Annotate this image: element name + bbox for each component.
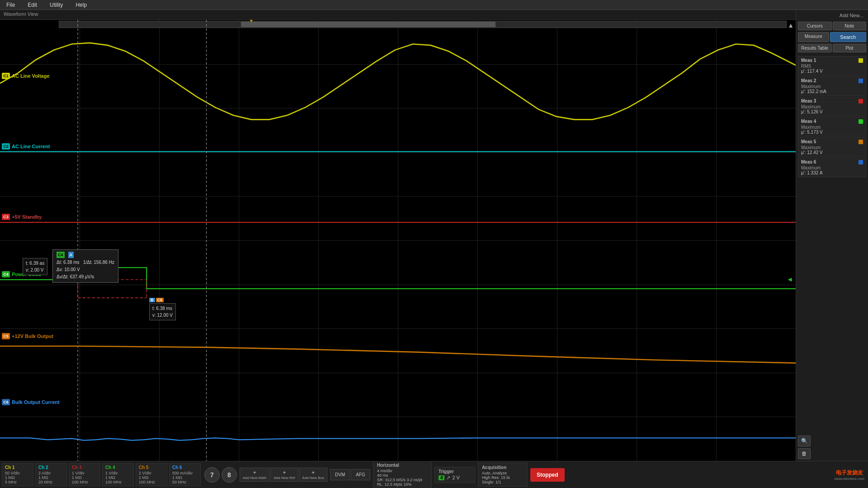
add-new-math[interactable]: + Add New Math — [240, 468, 269, 482]
afg-button[interactable]: AFG — [351, 469, 370, 480]
ch1-badge: C1 — [2, 73, 10, 79]
acquisition-mode: Auto, Analyze — [482, 471, 524, 475]
panel-btn-row-1: Cursors Note — [796, 21, 868, 31]
waveform-svg — [0, 20, 796, 461]
ch3-name: +5V Standby — [12, 214, 42, 220]
cursor-dt: 6.38 ms — [63, 260, 80, 265]
trigger-section[interactable]: Trigger 4 ↗ 2 V — [434, 467, 475, 483]
zoom-button[interactable]: 🔍 — [798, 436, 811, 446]
trigger-title: Trigger — [439, 469, 471, 474]
ch1-name: AC Line Voltage — [12, 73, 50, 79]
add-new-row: Add New... — [796, 10, 868, 21]
ch3-badge: C3 — [2, 214, 10, 220]
add-math-icon: + — [253, 469, 256, 476]
meas-list: Meas 1 RMS μ': 117.4 V Meas 2 Maximum μ'… — [796, 55, 868, 178]
meas-block-4[interactable]: Meas 4 Maximum μ': 5.173 V — [798, 117, 866, 136]
trigger-arrow: ◄ — [787, 276, 793, 283]
ch-info-box-5[interactable]: Ch 5 2 V/div1 MΩ100 MHz — [136, 463, 167, 486]
trigger-slope: ↗ — [446, 475, 450, 481]
ch2-name: AC Line Current — [12, 144, 50, 149]
add-ref-label: Add New Ref — [274, 476, 295, 480]
ch2-badge: C2 — [2, 143, 10, 150]
bottom-toolbar: Ch 1 50 V/div1 MΩ5 MHz Ch 2 2 A/div1 MΩ2… — [0, 461, 868, 488]
ch-info-box-6[interactable]: Ch 6 500 mA/div1 MΩ50 MHz — [169, 463, 201, 486]
cursor-a-tooltip: t: 6.39 as v: 2.00 V — [23, 258, 47, 275]
cursor-b-area: B C5 t: 6.38 ms v: 12.00 V — [149, 298, 176, 320]
ch2-label: C2 AC Line Current — [2, 143, 50, 150]
ch5-badge: C5 — [2, 333, 10, 339]
cursors-button[interactable]: Cursors — [798, 22, 832, 30]
add-bus-label: Add New Bus — [302, 476, 324, 480]
meas-block-2[interactable]: Meas 2 Maximum μ': 152.2 mA — [798, 76, 866, 96]
search-button[interactable]: Search — [830, 32, 867, 42]
ch-info-box-2[interactable]: Ch 2 2 A/div1 MΩ20 MHz — [35, 463, 67, 486]
dvm-button[interactable]: DVM — [330, 469, 350, 480]
add-bus-icon: + — [311, 469, 315, 476]
ch1-label: C1 AC Line Voltage — [2, 73, 50, 79]
nav-btn-7[interactable]: 7 — [204, 467, 220, 483]
add-new-bus[interactable]: + Add New Bus — [299, 468, 327, 482]
trigger-ch-row: 4 ↗ 2 V — [439, 475, 471, 481]
waveform-canvas[interactable]: ▼ — [0, 20, 796, 461]
add-math-label: Add New Math — [243, 476, 266, 480]
cursor-measurement: C4 A Δt: 6.38 ms 1/Δt: 156.86 Hz Δv: 10.… — [52, 249, 118, 283]
add-new-ref[interactable]: + Add New Ref — [270, 468, 298, 482]
measure-button[interactable]: Measure — [798, 32, 829, 42]
ch3-label: C3 +5V Standby — [2, 214, 42, 220]
nav-buttons: 7 8 — [204, 467, 237, 483]
trigger-level: 2 V — [452, 475, 460, 480]
acquisition-title: Acquisition — [482, 465, 524, 470]
cursor-dvdt: 637.49 μV/s — [70, 274, 94, 279]
horizontal-title: Horizontal — [377, 463, 428, 468]
horizontal-val2: 40 ms — [377, 473, 428, 478]
panel-btn-row-3: Results Table Plot — [796, 43, 868, 53]
acquisition-section[interactable]: Acquisition Auto, Analyze High Res: 15 b… — [478, 463, 528, 487]
ch-info-box-4[interactable]: Ch 4 1 V/div1 MΩ100 MHz — [102, 463, 134, 486]
note-button[interactable]: Note — [833, 22, 867, 30]
waveform-area: Waveform View — [0, 10, 796, 461]
acquisition-count: Single: 1/1 — [482, 480, 524, 484]
add-buttons: + Add New Math + Add New Ref + Add New B… — [240, 468, 327, 482]
menu-edit[interactable]: Edit — [25, 1, 40, 9]
ch4-badge: C4 — [2, 271, 10, 277]
ch-info-box-3[interactable]: Ch 3 1 V/div1 MΩ100 MHz — [69, 463, 100, 486]
plot-button[interactable]: Plot — [833, 44, 867, 52]
menu-help[interactable]: Help — [73, 1, 90, 9]
logo-area: 电子发烧友 www.elecfans.com — [835, 469, 864, 481]
trash-button[interactable]: 🗑 — [798, 448, 811, 459]
menu-file[interactable]: File — [4, 1, 18, 9]
ch6-badge: C6 — [2, 399, 10, 405]
horizontal-val1: 4 ms/div — [377, 469, 428, 473]
ch5-name: +12V Bulk Output — [12, 333, 53, 339]
ch6-label: C6 Bulk Output Current — [2, 399, 60, 405]
corner-arrow: ▲ — [788, 22, 794, 29]
meas-block-5[interactable]: Meas 5 Maximum μ': 12.42 V — [798, 137, 866, 157]
horizontal-val3: SR: 312.5 MS/s 3.2 ns/pt — [377, 478, 428, 482]
nav-btn-8[interactable]: 8 — [222, 467, 237, 483]
stop-button[interactable]: Stopped — [530, 468, 565, 482]
main-layout: Waveform View — [0, 10, 868, 461]
zoom-trash-area: 🔍 🗑 — [796, 434, 868, 461]
cursor-inv-dt: 156.86 Hz — [94, 260, 114, 265]
add-ref-icon: + — [283, 469, 286, 476]
right-panel: Add New... Cursors Note Measure Search R… — [796, 10, 868, 461]
menu-utility[interactable]: Utility — [47, 1, 66, 9]
ch5-label: C5 +12V Bulk Output — [2, 333, 53, 339]
horizontal-section[interactable]: Horizontal 4 ms/div 40 ms SR: 312.5 MS/s… — [373, 460, 432, 488]
results-table-button[interactable]: Results Table — [798, 44, 832, 52]
panel-btn-row-2: Measure Search — [796, 31, 868, 43]
meas-block-6[interactable]: Meas 6 Maximum μ': 1.332 A — [798, 158, 866, 177]
acquisition-depth: High Res: 15 bi — [482, 475, 524, 480]
ch6-name: Bulk Output Current — [12, 399, 60, 405]
horizontal-val4: RL: 12.5 Mpts 10% — [377, 482, 428, 487]
ch-info-box-1[interactable]: Ch 1 50 V/div1 MΩ5 MHz — [2, 463, 33, 486]
meas-block-3[interactable]: Meas 3 Maximum μ': 5.126 V — [798, 97, 866, 116]
ch-info-boxes: Ch 1 50 V/div1 MΩ5 MHz Ch 2 2 A/div1 MΩ2… — [2, 463, 202, 486]
menubar: File Edit Utility Help — [0, 0, 868, 10]
cursor-dv: 10.00 V — [64, 267, 80, 272]
meas-block-1[interactable]: Meas 1 RMS μ': 117.4 V — [798, 56, 866, 75]
cursor-b-tooltip: t: 6.38 ms v: 12.00 V — [149, 303, 176, 320]
trigger-ch-badge: 4 — [439, 475, 445, 480]
waveform-title: Waveform View — [0, 10, 796, 20]
add-new-label: Add New... — [837, 12, 866, 19]
